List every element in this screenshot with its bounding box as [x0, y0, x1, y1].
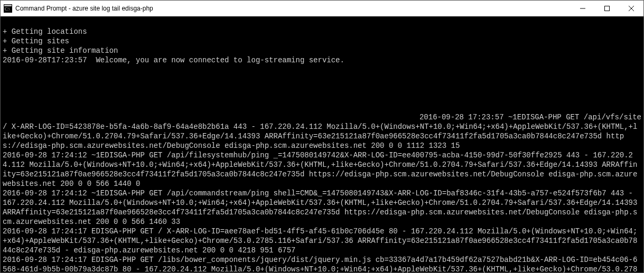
log-line — [3, 84, 641, 93]
log-line: / X-ARR-LOG-ID=5423878e-b5fa-4a6b-8af9-6… — [3, 122, 641, 150]
cmd-icon: C:\ — [4, 4, 12, 13]
titlebar[interactable]: C:\ Command Prompt - azure site log tail… — [1, 1, 643, 16]
log-line — [3, 65, 641, 74]
window-controls — [571, 1, 643, 16]
log-line — [3, 17, 641, 27]
log-line: 2016-09-28 17:24:17 EDISGA-PHP GET / X-A… — [3, 227, 641, 255]
log-line: 2016-09-28T17:23:57 Welcome, you are now… — [3, 55, 641, 65]
svg-text:C:\: C:\ — [5, 7, 11, 12]
maximize-icon — [604, 6, 610, 11]
svg-rect-1 — [4, 5, 12, 6]
window-frame: C:\ Command Prompt - azure site log tail… — [0, 0, 644, 273]
log-line — [3, 74, 641, 84]
log-line: 2016-09-28 17:24:17 EDISGA-PHP GET /libs… — [3, 255, 641, 272]
log-line: 2016-09-28 17:24:12 ~1EDISGA-PHP GET /ap… — [3, 189, 641, 227]
maximize-button[interactable] — [595, 1, 619, 16]
log-line: + Getting site information — [3, 46, 641, 55]
close-icon — [629, 6, 634, 11]
console-output[interactable]: + Getting locations+ Getting sites+ Gett… — [1, 16, 643, 272]
log-line: + Getting sites — [3, 36, 641, 46]
log-line: 2016-09-28 17:24:12 ~1EDISGA-PHP GET /ap… — [3, 150, 641, 189]
minimize-icon — [580, 6, 585, 11]
svg-rect-3 — [605, 6, 610, 11]
window-title: Command Prompt - azure site log tail edi… — [15, 5, 153, 12]
log-line: + Getting locations — [3, 27, 641, 36]
log-line — [3, 93, 641, 103]
close-button[interactable] — [619, 1, 643, 16]
log-line — [3, 103, 641, 112]
minimize-button[interactable] — [571, 1, 595, 16]
log-line: 2016-09-28 17:23:57 ~1EDISGA-PHP GET /ap… — [3, 112, 641, 122]
